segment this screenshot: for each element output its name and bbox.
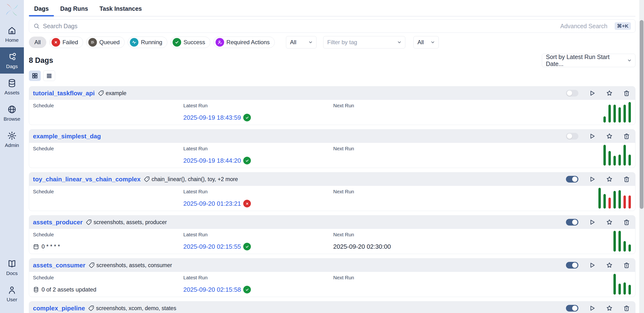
run-bar[interactable] <box>614 231 616 252</box>
dag-name-link[interactable]: assets_producer <box>33 219 82 226</box>
sort-dropdown[interactable]: Sort by Latest Run Start Date... <box>542 54 636 67</box>
run-bar[interactable] <box>624 105 626 123</box>
run-bar[interactable] <box>628 285 631 294</box>
run-bar[interactable] <box>618 190 621 209</box>
sidebar-item-dags[interactable]: Dags <box>0 47 24 74</box>
dag-pause-toggle[interactable] <box>566 262 578 268</box>
dag-name-link[interactable]: complex_pipeline <box>33 305 85 312</box>
dag-name-link[interactable]: example_simplest_dag <box>33 133 101 140</box>
owner-dropdown[interactable]: All <box>414 36 439 49</box>
run-bar[interactable] <box>628 155 631 166</box>
schedule-label: Schedule <box>33 232 183 237</box>
run-bar[interactable] <box>624 195 626 209</box>
sidebar-item-docs[interactable]: Docs <box>0 254 24 280</box>
favorite-dag-button[interactable] <box>606 90 613 97</box>
run-bar[interactable] <box>624 241 626 252</box>
filter-chip-all[interactable]: All <box>29 37 46 48</box>
run-bar[interactable] <box>608 105 611 123</box>
run-bar[interactable] <box>628 102 631 123</box>
dag-name-link[interactable]: toy_chain_linear_vs_chain_complex <box>33 176 140 183</box>
toggle-knob <box>572 220 578 225</box>
filter-chip-queued[interactable]: Queued <box>86 37 124 48</box>
latest-run-link[interactable]: 2025-09-20 01:23:21 <box>183 200 241 207</box>
dag-runs-mini-chart[interactable] <box>593 186 631 211</box>
run-bar[interactable] <box>624 282 626 294</box>
sidebar-item-home[interactable]: Home <box>0 21 24 47</box>
tag-icon <box>144 176 150 182</box>
filter-chip-running[interactable]: Running <box>128 37 167 48</box>
dag-runs-mini-chart[interactable] <box>593 272 631 297</box>
delete-dag-button[interactable] <box>623 219 630 225</box>
run-bar[interactable] <box>618 155 621 166</box>
tab-dags[interactable]: Dags <box>29 3 54 16</box>
tab-task-instances[interactable]: Task Instances <box>94 3 147 16</box>
grid-view-button[interactable] <box>29 71 41 81</box>
delete-dag-button[interactable] <box>623 176 630 183</box>
delete-dag-button[interactable] <box>623 305 630 311</box>
trigger-dag-button[interactable] <box>589 262 596 268</box>
scrollbar-thumb[interactable] <box>640 20 644 209</box>
run-bar[interactable] <box>614 105 616 123</box>
delete-dag-button[interactable] <box>623 90 630 97</box>
sidebar-item-user[interactable]: User <box>0 280 24 307</box>
trigger-dag-button[interactable] <box>589 305 596 311</box>
delete-dag-button[interactable] <box>623 133 630 140</box>
trigger-dag-button[interactable] <box>589 133 596 140</box>
dag-pause-toggle[interactable] <box>566 90 578 97</box>
favorite-dag-button[interactable] <box>606 262 613 268</box>
run-bar[interactable] <box>604 194 606 209</box>
dag-name-link[interactable]: assets_consumer <box>33 262 86 269</box>
latest-run-link[interactable]: 2025-09-20 02:15:55 <box>183 243 241 250</box>
run-bar[interactable] <box>604 116 606 123</box>
trigger-dag-button[interactable] <box>589 219 596 225</box>
sidebar-item-label: Admin <box>5 142 19 148</box>
run-bar[interactable] <box>628 195 631 209</box>
favorite-dag-button[interactable] <box>606 133 613 140</box>
run-bar[interactable] <box>614 274 616 294</box>
run-bar[interactable] <box>624 145 626 166</box>
dag-pause-toggle[interactable] <box>566 219 578 225</box>
failed-circle-icon <box>52 38 60 47</box>
delete-dag-button[interactable] <box>623 262 630 268</box>
search-input[interactable] <box>43 23 557 30</box>
favorite-dag-button[interactable] <box>606 305 613 311</box>
trigger-dag-button[interactable] <box>589 90 596 97</box>
favorite-dag-button[interactable] <box>606 219 613 225</box>
run-bar[interactable] <box>618 107 621 123</box>
page-scrollbar[interactable] <box>639 0 644 313</box>
favorite-dag-button[interactable] <box>606 176 613 183</box>
sidebar-item-assets[interactable]: Assets <box>0 74 24 100</box>
dag-runs-mini-chart[interactable] <box>593 100 631 125</box>
run-bar[interactable] <box>608 151 611 166</box>
tab-dag-runs[interactable]: Dag Runs <box>55 3 93 16</box>
dag-runs-mini-chart[interactable] <box>593 229 631 254</box>
trigger-dag-button[interactable] <box>589 176 596 183</box>
advanced-search-link[interactable]: Advanced Search <box>560 23 607 30</box>
sidebar-item-admin[interactable]: Admin <box>0 126 24 152</box>
run-bar[interactable] <box>628 244 631 252</box>
run-bar[interactable] <box>618 284 621 294</box>
dag-pause-toggle[interactable] <box>566 133 578 140</box>
run-bar[interactable] <box>598 188 601 209</box>
latest-run-link[interactable]: 2025-09-19 18:43:59 <box>183 114 241 121</box>
latest-run-link[interactable]: 2025-09-20 02:15:58 <box>183 286 241 293</box>
run-bar[interactable] <box>608 198 611 209</box>
dag-pause-toggle[interactable] <box>566 305 578 311</box>
run-bar[interactable] <box>614 156 616 166</box>
latest-run-link[interactable]: 2025-09-19 18:44:20 <box>183 157 241 164</box>
filter-chip-success[interactable]: Success <box>170 37 210 48</box>
dag-pause-toggle[interactable] <box>566 176 578 183</box>
run-bar[interactable] <box>604 145 606 166</box>
tag-filter-dropdown[interactable]: Filter by tag <box>323 36 405 49</box>
filter-chip-failed[interactable]: Failed <box>50 37 83 48</box>
state-dropdown[interactable]: All <box>286 36 316 49</box>
airflow-logo[interactable] <box>0 0 24 21</box>
run-bar[interactable] <box>614 191 616 209</box>
sidebar-item-browse[interactable]: Browse <box>0 100 24 126</box>
chip-label: Failed <box>62 39 78 46</box>
dag-name-link[interactable]: tutorial_taskflow_api <box>33 90 95 97</box>
run-bar[interactable] <box>618 231 621 252</box>
dag-runs-mini-chart[interactable] <box>593 143 631 168</box>
filter-chip-required-actions[interactable]: Required Actions <box>214 37 275 48</box>
list-view-button[interactable] <box>43 71 55 81</box>
